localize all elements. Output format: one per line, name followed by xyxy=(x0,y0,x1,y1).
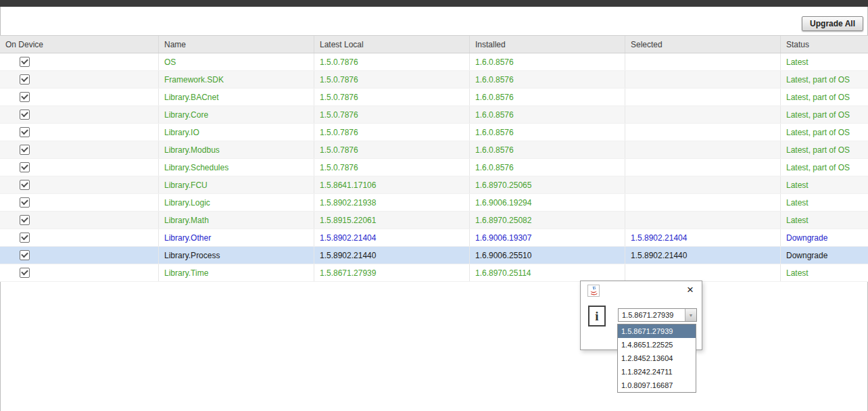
on-device-checkbox[interactable] xyxy=(20,180,30,190)
selected-cell xyxy=(625,212,781,228)
table-row-framework-sdk[interactable]: Framework.SDK1.5.0.78761.6.0.8576Latest,… xyxy=(0,71,868,89)
on-device-checkbox[interactable] xyxy=(20,92,30,102)
on-device-checkbox[interactable] xyxy=(20,110,30,120)
table-row-library-schedules[interactable]: Library.Schedules1.5.0.78761.6.0.8576Lat… xyxy=(0,159,868,176)
name-cell: Library.FCU xyxy=(159,176,314,193)
selected-cell xyxy=(625,71,781,88)
latest-local-cell: 1.5.0.7876 xyxy=(314,89,470,105)
selected-cell xyxy=(625,89,781,105)
table-header-row: On DeviceNameLatest LocalInstalledSelect… xyxy=(0,35,868,53)
version-dropdown-list: 1.5.8671.279391.4.8651.225251.2.8452.136… xyxy=(617,324,696,393)
installed-cell: 1.6.8970.25065 xyxy=(470,176,625,193)
on-device-checkbox[interactable] xyxy=(20,127,30,137)
status-cell: Latest, part of OS xyxy=(781,89,868,105)
status-cell: Latest xyxy=(781,264,868,281)
latest-local-cell: 1.5.0.7876 xyxy=(314,106,470,123)
status-cell: Latest xyxy=(781,212,868,228)
on-device-checkbox[interactable] xyxy=(20,145,30,155)
on-device-checkbox[interactable] xyxy=(20,57,30,67)
name-cell: Library.Process xyxy=(159,247,314,264)
combobox-value: 1.5.8671.27939 xyxy=(622,309,673,321)
on-device-cell xyxy=(0,106,159,123)
on-device-checkbox[interactable] xyxy=(20,233,30,243)
info-icon-glyph: i xyxy=(595,309,598,324)
status-cell: Downgrade xyxy=(781,247,868,264)
version-option[interactable]: 1.0.8097.16687 xyxy=(618,379,696,392)
table-row-os[interactable]: OS1.5.0.78761.6.0.8576Latest xyxy=(0,53,868,71)
installed-cell: 1.6.0.8576 xyxy=(470,141,625,158)
name-cell: Library.Logic xyxy=(159,194,314,211)
selected-cell xyxy=(625,124,781,141)
status-cell: Latest xyxy=(781,176,868,193)
table-row-library-process[interactable]: Library.Process1.5.8902.214401.6.9006.25… xyxy=(0,247,868,264)
latest-local-cell: 1.5.8902.21404 xyxy=(314,229,470,246)
table-body: OS1.5.0.78761.6.0.8576LatestFramework.SD… xyxy=(0,53,868,282)
selected-cell xyxy=(625,141,781,158)
on-device-cell xyxy=(0,53,159,70)
window-titlebar xyxy=(0,0,868,7)
status-cell: Latest, part of OS xyxy=(781,141,868,158)
version-option[interactable]: 1.5.8671.27939 xyxy=(618,324,696,338)
table-row-library-math[interactable]: Library.Math1.5.8915.220611.6.8970.25082… xyxy=(0,212,868,229)
name-cell: Library.Modbus xyxy=(159,141,314,158)
dialog-titlebar: × xyxy=(581,281,702,299)
installed-cell: 1.6.0.8576 xyxy=(470,89,625,105)
selected-cell xyxy=(625,53,781,70)
table-row-library-core[interactable]: Library.Core1.5.0.78761.6.0.8576Latest, … xyxy=(0,106,868,124)
on-device-checkbox[interactable] xyxy=(20,250,30,260)
selected-cell xyxy=(625,159,781,176)
installed-cell: 1.6.0.8576 xyxy=(470,124,625,141)
column-header-on-device: On Device xyxy=(0,36,159,53)
name-cell: Library.BACnet xyxy=(159,89,314,105)
status-cell: Latest, part of OS xyxy=(781,124,868,141)
table-row-library-bacnet[interactable]: Library.BACnet1.5.0.78761.6.0.8576Latest… xyxy=(0,89,868,106)
status-cell: Latest, part of OS xyxy=(781,106,868,123)
on-device-cell xyxy=(0,212,159,228)
latest-local-cell: 1.5.8671.27939 xyxy=(314,264,470,281)
on-device-checkbox[interactable] xyxy=(20,215,30,225)
name-cell: Library.Core xyxy=(159,106,314,123)
name-cell: Library.Time xyxy=(159,264,314,281)
table-row-library-modbus[interactable]: Library.Modbus1.5.0.78761.6.0.8576Latest… xyxy=(0,141,868,159)
table-row-library-time[interactable]: Library.Time1.5.8671.279391.6.8970.25114… xyxy=(0,264,868,282)
on-device-cell xyxy=(0,176,159,193)
table-row-library-other[interactable]: Library.Other1.5.8902.214041.6.9006.1930… xyxy=(0,229,868,247)
latest-local-cell: 1.5.8641.17106 xyxy=(314,176,470,193)
installed-cell: 1.6.9006.19307 xyxy=(470,229,625,246)
version-option[interactable]: 1.1.8242.24711 xyxy=(618,365,696,379)
combobox-arrow-button[interactable]: ▼ xyxy=(685,309,696,321)
column-header-name: Name xyxy=(159,36,314,53)
latest-local-cell: 1.5.0.7876 xyxy=(314,159,470,176)
on-device-cell xyxy=(0,229,159,246)
installed-cell: 1.6.8970.25082 xyxy=(470,212,625,228)
on-device-checkbox[interactable] xyxy=(20,74,30,84)
on-device-cell xyxy=(0,141,159,158)
table-row-library-io[interactable]: Library.IO1.5.0.78761.6.0.8576Latest, pa… xyxy=(0,124,868,141)
version-option[interactable]: 1.4.8651.22525 xyxy=(618,338,696,352)
selected-cell: 1.5.8902.21404 xyxy=(625,229,781,246)
status-cell: Latest xyxy=(781,53,868,70)
version-combobox[interactable]: 1.5.8671.27939 ▼ xyxy=(618,308,697,322)
on-device-cell xyxy=(0,71,159,88)
latest-local-cell: 1.5.8902.21938 xyxy=(314,194,470,211)
selected-cell xyxy=(625,106,781,123)
latest-local-cell: 1.5.0.7876 xyxy=(314,141,470,158)
table-row-library-logic[interactable]: Library.Logic1.5.8902.219381.6.9006.1929… xyxy=(0,194,868,212)
column-header-installed: Installed xyxy=(470,36,625,53)
info-icon: i xyxy=(588,306,606,327)
selected-cell xyxy=(625,176,781,193)
table-row-library-fcu[interactable]: Library.FCU1.5.8641.171061.6.8970.25065L… xyxy=(0,176,868,194)
on-device-cell xyxy=(0,159,159,176)
chevron-down-icon: ▼ xyxy=(689,313,694,318)
on-device-checkbox[interactable] xyxy=(20,197,30,208)
name-cell: Library.IO xyxy=(159,124,314,141)
status-cell: Latest, part of OS xyxy=(781,159,868,176)
dialog-close-button[interactable]: × xyxy=(687,283,694,297)
installed-cell: 1.6.8970.25114 xyxy=(470,264,625,281)
version-option[interactable]: 1.2.8452.13604 xyxy=(618,352,696,365)
on-device-checkbox[interactable] xyxy=(20,268,30,278)
column-header-selected: Selected xyxy=(625,36,781,53)
upgrade-all-button[interactable]: Upgrade All xyxy=(802,16,863,31)
on-device-checkbox[interactable] xyxy=(20,162,30,172)
on-device-cell xyxy=(0,124,159,141)
